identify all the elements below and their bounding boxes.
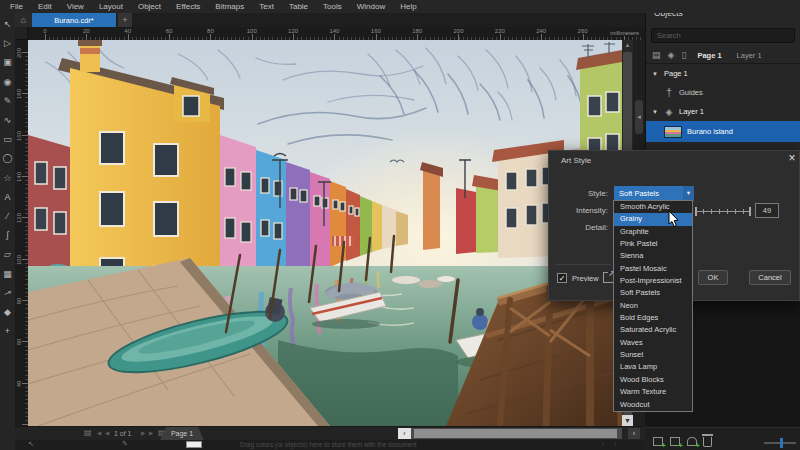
expander-arrow-icon[interactable]: ▼ — [652, 109, 659, 115]
scroll-left-arrow-icon[interactable]: ‹ — [398, 428, 411, 439]
canvas-artwork[interactable] — [28, 40, 622, 426]
style-option-bold-edges[interactable]: Bold Edges — [614, 312, 692, 324]
menu-item-table[interactable]: Table — [289, 2, 308, 11]
menu-item-bitmaps[interactable]: Bitmaps — [215, 2, 244, 11]
style-option-saturated-acrylic[interactable]: Saturated Acrylic — [614, 324, 692, 336]
palette-scroll-right-icon[interactable]: › — [614, 440, 616, 447]
tree-row-page-1[interactable]: ▼Page 1 — [646, 64, 800, 83]
polygon-tool-icon[interactable]: ☆ — [0, 169, 15, 187]
vruler-number: 80 — [16, 291, 22, 311]
freehand-tool-icon[interactable]: ✎ — [0, 92, 15, 110]
menu-item-file[interactable]: File — [10, 2, 23, 11]
interactive-fill-tool-icon[interactable]: ◆ — [0, 303, 15, 321]
docker-collapse-grip[interactable]: ◂ — [635, 100, 643, 134]
preview-checkbox[interactable]: ✓ — [557, 273, 567, 283]
style-option-sienna[interactable]: Sienna — [614, 250, 692, 262]
slider-thumb[interactable] — [780, 438, 783, 448]
tree-row-guides[interactable]: †Guides — [646, 83, 800, 102]
curve-tool-icon[interactable]: ∿ — [0, 111, 15, 129]
ok-button[interactable]: OK — [698, 270, 728, 285]
intensity-value-input[interactable]: 49 — [755, 203, 779, 218]
pick-tool-icon[interactable]: ↖ — [0, 15, 15, 33]
hruler-number: 40 — [124, 28, 131, 34]
tree-row-layer-1[interactable]: ▼◈Layer 1 — [646, 102, 800, 121]
tree-row-burano-island[interactable]: Burano island — [646, 121, 800, 142]
horizontal-scrollbar-thumb[interactable] — [414, 429, 617, 438]
style-option-grainy[interactable]: Grainy — [614, 213, 692, 225]
next-page-arrow-icon[interactable]: ▶ — [141, 430, 145, 436]
new-document-tab-button[interactable]: + — [118, 13, 132, 27]
style-option-post-impressionist[interactable]: Post-Impressionist — [614, 275, 692, 287]
style-option-graphite[interactable]: Graphite — [614, 226, 692, 238]
ellipse-tool-icon[interactable]: ◯ — [0, 149, 15, 167]
intensity-label: Intensity: — [549, 206, 608, 215]
style-option-waves[interactable]: Waves — [614, 337, 692, 349]
connector-tool-icon[interactable]: ʃ — [0, 226, 15, 244]
style-option-pink-pastel[interactable]: Pink Pastel — [614, 238, 692, 250]
fill-swatch[interactable] — [186, 441, 202, 448]
menu-item-layout[interactable]: Layout — [99, 2, 123, 11]
text-tool-icon[interactable]: A — [0, 188, 15, 206]
cancel-button[interactable]: Cancel — [749, 270, 791, 285]
page-icon[interactable]: ▯ — [681, 50, 686, 60]
intensity-slider[interactable] — [695, 205, 751, 217]
horizontal-scrollbar[interactable] — [411, 428, 622, 439]
dimension-tool-icon[interactable]: ∕ — [0, 207, 15, 225]
menu-item-view[interactable]: View — [67, 2, 84, 11]
style-option-soft-pastels[interactable]: Soft Pastels — [614, 287, 692, 299]
docker-search-input[interactable]: Search — [651, 28, 795, 43]
style-option-warm-texture[interactable]: Warm Texture — [614, 386, 692, 398]
menu-item-tools[interactable]: Tools — [323, 2, 342, 11]
prev-page-arrow-icon[interactable]: ◀ — [105, 430, 109, 436]
style-option-smooth-acrylic[interactable]: Smooth Acrylic — [614, 201, 692, 213]
add-tool-icon[interactable]: + — [0, 322, 15, 340]
style-option-woodcut[interactable]: Woodcut — [614, 399, 692, 411]
eyedropper-tool-icon[interactable]: ⊸ — [0, 284, 15, 302]
new-layer-button[interactable] — [653, 437, 663, 446]
menu-item-window[interactable]: Window — [357, 2, 385, 11]
cursor-status-icon: ↖ — [28, 440, 34, 448]
new-guide-layer-button[interactable] — [687, 437, 697, 446]
style-option-wood-blocks[interactable]: Wood Blocks — [614, 374, 692, 386]
import-into-layer-icon[interactable]: ▤ — [652, 50, 661, 60]
shadow-tool-icon[interactable]: ▱ — [0, 245, 15, 263]
first-page-arrow-icon[interactable]: ◀ — [97, 430, 101, 436]
palette-scroll-left-icon[interactable]: ‹ — [602, 440, 604, 447]
style-option-sunset[interactable]: Sunset — [614, 349, 692, 361]
welcome-home-button[interactable]: ⌂ — [15, 13, 32, 27]
ruler-origin-corner[interactable] — [15, 27, 28, 40]
menu-item-object[interactable]: Object — [138, 2, 161, 11]
docker-opacity-slider[interactable] — [764, 442, 796, 444]
menu-item-edit[interactable]: Edit — [38, 2, 52, 11]
menu-item-help[interactable]: Help — [400, 2, 416, 11]
scroll-down-arrow-icon[interactable]: ▼ — [622, 415, 633, 426]
scroll-right-arrow-icon[interactable]: › — [628, 428, 640, 439]
crop-tool-icon[interactable]: ▣ — [0, 53, 15, 71]
last-page-arrow-icon[interactable]: ▶ — [149, 430, 153, 436]
layers-icon[interactable]: ◈ — [668, 50, 675, 60]
menu-item-effects[interactable]: Effects — [176, 2, 200, 11]
style-option-pastel-mosaic[interactable]: Pastel Mosaic — [614, 263, 692, 275]
vruler-number: 140 — [16, 167, 22, 187]
new-master-layer-button[interactable] — [670, 437, 680, 446]
pan-tool-icon[interactable]: ◉ — [0, 73, 15, 91]
delete-object-button[interactable] — [703, 437, 712, 447]
expander-arrow-icon[interactable]: ▼ — [652, 71, 659, 77]
close-icon[interactable]: × — [785, 151, 799, 165]
scroll-up-arrow-icon[interactable]: ▲ — [622, 40, 633, 50]
menu-item-text[interactable]: Text — [259, 2, 274, 11]
tree-row-label: Guides — [679, 88, 703, 97]
style-dropdown[interactable]: Soft Pastels ▼ — [614, 186, 694, 201]
style-option-lava-lamp[interactable]: Lava Lamp — [614, 361, 692, 373]
vertical-ruler[interactable]: 200180160140120100806040 — [15, 40, 28, 426]
rectangle-tool-icon[interactable]: ▭ — [0, 130, 15, 148]
shape-tool-icon[interactable]: ▷ — [0, 34, 15, 52]
transparency-tool-icon[interactable]: ▦ — [0, 265, 15, 283]
vruler-number: 60 — [16, 332, 22, 352]
horizontal-ruler[interactable]: millimeters 0204060801001201401601802002… — [28, 27, 645, 40]
vruler-number: 100 — [16, 250, 22, 270]
style-option-neon[interactable]: Neon — [614, 300, 692, 312]
document-tab[interactable]: Burano.cdr* — [32, 13, 116, 27]
page-tab[interactable]: Page 1 — [160, 427, 204, 440]
add-page-before-icon[interactable]: ▤ — [84, 428, 92, 437]
